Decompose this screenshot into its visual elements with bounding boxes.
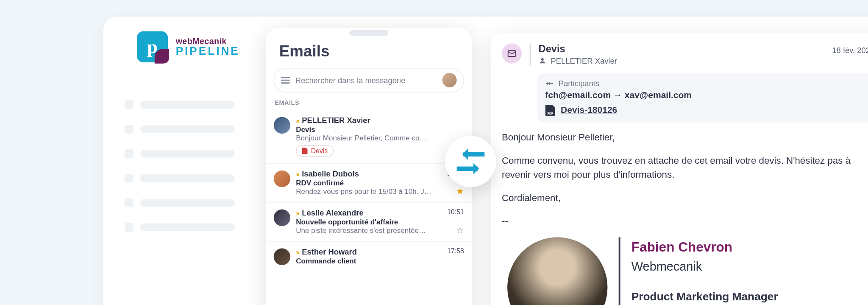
signature-block: Fabien Chevron Webmecanik Product Market…	[507, 237, 868, 305]
section-label: EMAILS	[275, 99, 299, 106]
brand-logo: p webMecanik PIPELINE	[137, 31, 240, 63]
mail-icon	[502, 43, 522, 63]
star-icon[interactable]: ★	[456, 186, 464, 196]
signature-company: Webmecanik	[632, 257, 778, 275]
chevrons-icon: ››	[296, 116, 298, 125]
participant-from: fch@email.com	[545, 90, 611, 100]
email-timestamp: 18 fév. 2025 à 15:22	[832, 46, 868, 55]
sidebar-skeleton	[125, 100, 235, 247]
divider	[530, 43, 531, 66]
email-detail-panel: Devis PELLETIER Xavier 18 fév. 2025 à 15…	[491, 34, 868, 305]
email-preview: Une piste intéressante s'est présentée…	[296, 226, 440, 235]
signature-role: Product Marketing Manager	[632, 288, 778, 304]
signature-portrait	[507, 237, 607, 305]
search-bar[interactable]: Rechercher dans la messagerie	[274, 68, 464, 92]
chevrons-icon: ››	[296, 170, 298, 178]
sender-name: Leslie Alexandre	[302, 208, 363, 217]
email-subject: Nouvelle opportunité d'affaire	[296, 218, 464, 226]
email-title: Devis	[539, 43, 824, 55]
email-item[interactable]: ›› Isabelle Dubois RDV confirmé Rendez-v…	[266, 163, 472, 202]
search-input[interactable]: Rechercher dans la messagerie	[295, 76, 437, 85]
profile-avatar[interactable]	[442, 73, 456, 87]
email-list-title: Emails	[279, 42, 330, 60]
email-item[interactable]: ›› Leslie Alexandre Nouvelle opportunité…	[266, 202, 472, 241]
body-paragraph: Comme convenu, vous trouvez en attache d…	[502, 154, 858, 182]
sender-avatar	[274, 171, 290, 187]
person-icon	[539, 57, 546, 64]
email-preview: Bonjour Monsieur Pelletier, Comme co…	[296, 134, 440, 142]
participants-block: Participants fch@email.com → xav@email.c…	[537, 73, 868, 123]
body-greeting: Bonjour Monsieur Pelletier,	[502, 130, 858, 144]
menu-icon[interactable]	[281, 77, 290, 84]
email-preview: Rendez-vous pris pour le 15/03 à 10h. J…	[296, 187, 440, 196]
pdf-icon	[545, 105, 555, 116]
email-subject: RDV confirmé	[296, 179, 464, 187]
email-person: PELLETIER Xavier	[551, 56, 617, 65]
sender-name: PELLETIER Xavier	[302, 116, 370, 125]
email-subject: Commande client	[296, 257, 464, 265]
brand-wordmark-bottom: PIPELINE	[176, 45, 240, 57]
body-closing: Cordialement,	[502, 191, 858, 205]
sender-name: Esther Howard	[302, 247, 357, 256]
participant-to: xav@email.com	[625, 90, 692, 100]
device-notch	[349, 30, 388, 36]
email-item[interactable]: ›› PELLETIER Xavier Devis Bonjour Monsie…	[266, 110, 472, 163]
signature-name: Fabien Chevron	[632, 237, 778, 257]
chevrons-icon: ››	[296, 209, 298, 217]
brand-tile: p	[137, 31, 168, 63]
sender-name: Isabelle Dubois	[302, 169, 359, 178]
sender-avatar	[274, 210, 290, 226]
email-time: 17:58	[447, 247, 464, 255]
email-list: ›› PELLETIER Xavier Devis Bonjour Monsie…	[266, 110, 472, 272]
arrow-right-icon: →	[613, 90, 622, 100]
star-icon[interactable]: ☆	[456, 225, 464, 235]
reply-all-icon	[545, 79, 554, 88]
email-body: ▴ Bonjour Monsieur Pelletier, Comme conv…	[502, 130, 868, 305]
email-list-panel: Emails Rechercher dans la messagerie EMA…	[266, 28, 472, 305]
email-item[interactable]: ›› Esther Howard Commande client 17:58	[266, 241, 472, 271]
email-subject: Devis	[296, 125, 464, 134]
participants-label: Participants	[559, 79, 599, 88]
attachment-chip[interactable]: Devis	[296, 146, 334, 157]
attachment-chip-label: Devis	[311, 147, 328, 155]
sender-avatar	[274, 249, 290, 265]
attachment-link[interactable]: Devis-180126	[561, 105, 617, 115]
chevrons-icon: ››	[296, 248, 298, 256]
document-icon	[302, 148, 308, 154]
email-time: 10:51	[447, 208, 464, 216]
brand-wordmark-top: webMecanik	[176, 36, 240, 45]
sender-avatar	[274, 117, 290, 134]
body-separator: --	[502, 214, 858, 228]
sync-icon	[445, 136, 496, 187]
